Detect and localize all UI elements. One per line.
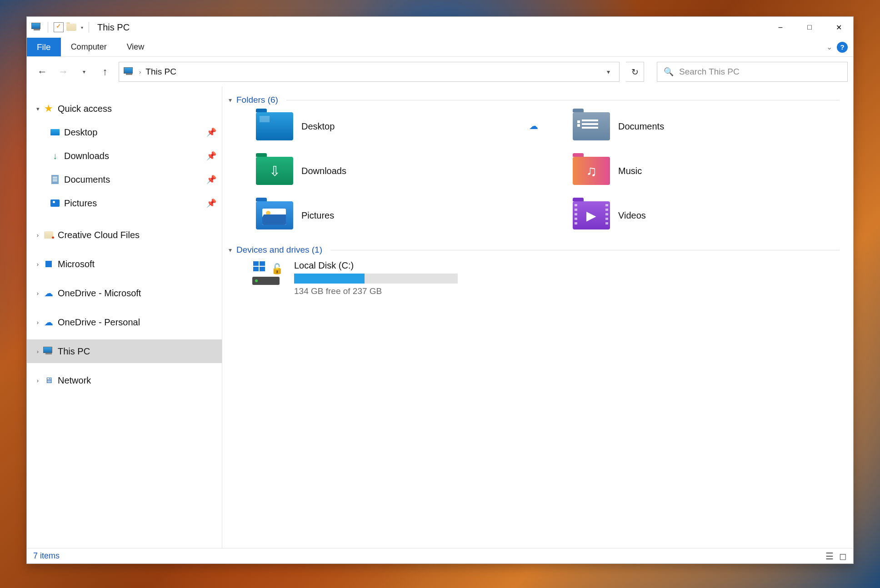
up-button[interactable]: ↑ [98, 65, 112, 79]
content-pane[interactable]: ▾ Folders (6) ☁ Desktop ☁ Documents ⇩ [222, 87, 853, 548]
recent-locations-button[interactable]: ▾ [77, 65, 91, 79]
drive-label: Local Disk (C:) [294, 260, 462, 271]
refresh-button[interactable]: ↻ [626, 62, 644, 82]
address-history-button[interactable]: ▾ [602, 68, 615, 75]
search-box[interactable]: 🔍 [657, 62, 848, 82]
nav-creative-cloud[interactable]: › Creative Cloud Files [27, 223, 222, 247]
view-large-icons-button[interactable]: ◻ [839, 551, 847, 562]
nav-this-pc[interactable]: › This PC [27, 339, 222, 363]
back-button[interactable]: ← [35, 65, 50, 79]
folder-label: Documents [618, 121, 664, 132]
chevron-right-icon[interactable]: › [33, 377, 42, 384]
folder-documents[interactable]: ☁ Documents [550, 110, 840, 142]
nav-label: OneDrive - Personal [58, 317, 140, 328]
star-icon: ★ [44, 103, 53, 115]
navigation-bar: ← → ▾ ↑ › This PC ▾ ↻ 🔍 [27, 57, 853, 87]
network-icon: 🖥 [45, 376, 53, 385]
folder-label: Pictures [301, 210, 334, 221]
cloud-status-icon: ☁ [529, 120, 538, 131]
cloud-icon: ☁ [44, 288, 53, 299]
drive-free-text: 134 GB free of 237 GB [294, 286, 462, 296]
pictures-folder-icon [256, 201, 293, 229]
nav-network[interactable]: › 🖥 Network [27, 369, 222, 392]
nav-label: Creative Cloud Files [58, 230, 140, 240]
nav-microsoft[interactable]: › Microsoft [27, 252, 222, 276]
nav-onedrive-personal[interactable]: › ☁ OneDrive - Personal [27, 310, 222, 334]
tab-view[interactable]: View [117, 38, 155, 56]
ribbon: File Computer View ⌄ ? [27, 38, 853, 57]
chevron-right-icon[interactable]: › [33, 232, 42, 239]
window-title: This PC [97, 22, 130, 33]
nav-onedrive-microsoft[interactable]: › ☁ OneDrive - Microsoft [27, 281, 222, 305]
section-label: Folders (6) [236, 95, 278, 105]
help-icon[interactable]: ? [837, 42, 848, 53]
chevron-right-icon[interactable]: › [33, 319, 42, 326]
nav-desktop[interactable]: Desktop 📌 [27, 120, 222, 144]
document-icon [51, 175, 59, 184]
nav-label: Desktop [64, 127, 97, 138]
folder-pictures[interactable]: ☁ Pictures [233, 199, 523, 231]
chevron-down-icon[interactable]: ▾ [81, 25, 83, 30]
pin-icon: 📌 [206, 127, 216, 137]
folder-label: Music [618, 166, 642, 176]
lock-icon: 🔓 [271, 263, 283, 275]
titlebar[interactable]: ▾ This PC – □ ✕ [27, 17, 853, 38]
pc-icon [43, 347, 54, 356]
download-icon: ↓ [53, 151, 57, 161]
nav-label: Quick access [58, 104, 112, 114]
nav-label: Microsoft [58, 259, 95, 269]
chevron-down-icon[interactable]: ▾ [229, 96, 232, 104]
folders-grid: ☁ Desktop ☁ Documents ⇩ Downloads ♫ Musi… [229, 110, 840, 231]
status-bar: 7 items ☰ ◻ [27, 548, 853, 563]
documents-folder-icon [573, 112, 610, 140]
section-folders[interactable]: ▾ Folders (6) [229, 95, 840, 105]
chevron-down-icon[interactable]: ▾ [33, 105, 42, 112]
chevron-right-icon[interactable]: › [139, 69, 141, 75]
forward-button[interactable]: → [56, 65, 70, 79]
folder-desktop[interactable]: ☁ Desktop [233, 110, 523, 142]
drive-icon: 🔓 [252, 260, 286, 288]
chevron-right-icon[interactable]: › [33, 348, 42, 355]
tab-computer[interactable]: Computer [61, 38, 117, 56]
cloud-icon: ☁ [44, 317, 53, 328]
chevron-right-icon[interactable]: › [33, 261, 42, 268]
tab-file[interactable]: File [27, 38, 61, 56]
nav-downloads[interactable]: ↓ Downloads 📌 [27, 144, 222, 168]
nav-label: Pictures [64, 198, 97, 209]
address-bar[interactable]: › This PC ▾ [119, 62, 620, 82]
breadcrumb-this-pc[interactable]: This PC [145, 67, 176, 77]
maximize-button[interactable]: □ [795, 17, 824, 38]
minimize-button[interactable]: – [766, 17, 795, 38]
folder-icon[interactable] [66, 24, 76, 31]
drive-local-disk-c[interactable]: 🔓 Local Disk (C:) 134 GB free of 237 GB [229, 260, 840, 296]
section-drives[interactable]: ▾ Devices and drives (1) [229, 245, 840, 255]
search-input[interactable] [679, 67, 841, 77]
windows-logo-icon [253, 261, 265, 271]
quick-access-toolbar: ▾ [31, 22, 92, 33]
folder-label: Videos [618, 210, 646, 221]
folder-downloads[interactable]: ⇩ Downloads [233, 155, 523, 187]
nav-pictures[interactable]: Pictures 📌 [27, 191, 222, 215]
body: ▾ ★ Quick access Desktop 📌 ↓ Downloads 📌 [27, 87, 853, 548]
nav-quick-access[interactable]: ▾ ★ Quick access [27, 97, 222, 120]
separator [89, 22, 89, 33]
folder-music[interactable]: ♫ Music [550, 155, 840, 187]
folder-videos[interactable]: ▶ Videos [550, 199, 840, 231]
navigation-pane[interactable]: ▾ ★ Quick access Desktop 📌 ↓ Downloads 📌 [27, 87, 222, 548]
nav-documents[interactable]: Documents 📌 [27, 168, 222, 191]
drive-info: Local Disk (C:) 134 GB free of 237 GB [294, 260, 462, 296]
view-details-button[interactable]: ☰ [825, 551, 834, 562]
section-label: Devices and drives (1) [236, 245, 322, 255]
nav-label: Documents [64, 174, 110, 185]
ribbon-collapse-icon[interactable]: ⌄ [826, 43, 832, 51]
separator [48, 22, 48, 33]
properties-icon[interactable] [54, 22, 64, 32]
music-folder-icon: ♫ [573, 157, 610, 185]
file-explorer-window: ▾ This PC – □ ✕ File Computer View ⌄ ? ←… [26, 16, 854, 564]
chevron-down-icon[interactable]: ▾ [229, 246, 232, 254]
folder-label: Downloads [301, 166, 346, 176]
pc-icon [124, 67, 135, 76]
chevron-right-icon[interactable]: › [33, 290, 42, 297]
pictures-icon [50, 199, 60, 207]
close-button[interactable]: ✕ [824, 17, 853, 38]
